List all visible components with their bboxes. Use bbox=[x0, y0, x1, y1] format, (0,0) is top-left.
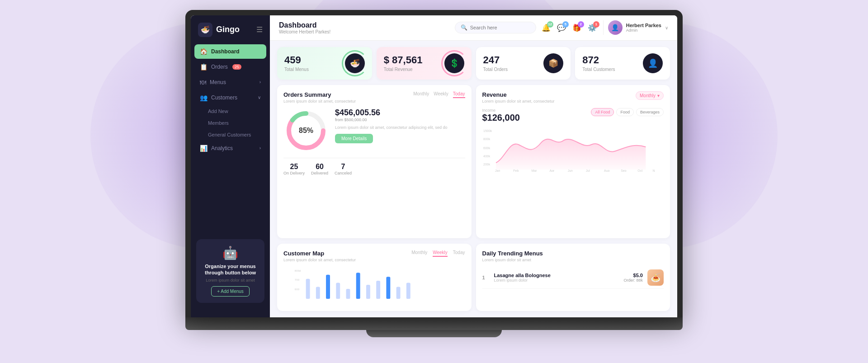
svg-rect-26 bbox=[356, 273, 360, 299]
menus-arrow: › bbox=[259, 80, 261, 85]
chat-icon[interactable]: 💬 5 bbox=[557, 24, 566, 32]
search-icon: 🔍 bbox=[461, 24, 467, 31]
map-tab-group: Monthly Weekly Today bbox=[411, 250, 465, 257]
filter-food[interactable]: Food bbox=[616, 108, 634, 116]
trending-list: 1 Lasagne alla Bolognese Lorem ipsum dol… bbox=[482, 267, 664, 289]
search-input[interactable] bbox=[470, 25, 529, 30]
page-subtitle: Welcome Herbert Parkes! bbox=[279, 29, 449, 34]
revenue-chart-svg: 1500k 800k 600k 400k 200k bbox=[482, 127, 664, 172]
analytics-icon: 📊 bbox=[200, 145, 208, 152]
add-menus-button[interactable]: + Add Menus bbox=[211, 286, 250, 297]
sidebar-item-analytics[interactable]: 📊 Analytics › bbox=[194, 141, 266, 156]
revenue-amount-label: Income bbox=[482, 108, 520, 113]
user-name: Herbert Parkes bbox=[626, 23, 661, 28]
sidebar-subitem-addnew[interactable]: Add New bbox=[194, 106, 266, 117]
sidebar-logo: 🍜 Gingo ☰ bbox=[191, 23, 270, 44]
svg-text:Sep: Sep bbox=[621, 169, 627, 172]
svg-text:200k: 200k bbox=[483, 163, 491, 166]
revenue-header: Revenue Lorem ipsum dolor sit amet, cons… bbox=[482, 91, 664, 104]
sidebar-nav: 🏠 Dashboard 📋 Orders 25 🍽 Menus › bbox=[191, 44, 270, 156]
revenue-card: Revenue Lorem ipsum dolor sit amet, cons… bbox=[476, 85, 670, 238]
orders-icon: 📋 bbox=[200, 63, 208, 71]
trending-price-section: $5.0 Order: 88k bbox=[623, 273, 643, 283]
orders-tab-group: Monthly Weekly Today bbox=[413, 91, 465, 98]
stat-cards: 459 Total Menus 🍜 $ 87,561 Total Revenue… bbox=[277, 47, 670, 80]
map-tab-weekly[interactable]: Weekly bbox=[433, 250, 448, 257]
main-content: Dashboard Welcome Herbert Parkes! 🔍 🔔 12 bbox=[270, 15, 677, 317]
svg-text:Oct: Oct bbox=[637, 169, 642, 172]
search-bar[interactable]: 🔍 bbox=[455, 22, 536, 33]
sidebar-item-dashboard[interactable]: 🏠 Dashboard bbox=[194, 44, 266, 59]
svg-rect-21 bbox=[306, 278, 310, 298]
more-details-button[interactable]: More Details bbox=[335, 134, 373, 143]
stat-value-customers: 872 bbox=[582, 54, 615, 66]
svg-text:Jul: Jul bbox=[585, 169, 590, 172]
user-profile[interactable]: 👤 Herbert Parkes Admin ∨ bbox=[603, 20, 668, 35]
notifications-bell[interactable]: 🔔 12 bbox=[542, 24, 551, 32]
orders-summary-card: Orders Summary Lorem ipsum dolor sit ame… bbox=[277, 85, 472, 238]
delivery-label-on: On Delivery bbox=[283, 171, 305, 175]
delivery-label-cancel: Canceled bbox=[335, 171, 352, 175]
delivery-stats: 25 On Delivery 60 Delivered 7 Canceled bbox=[283, 158, 465, 175]
sidebar-subitem-general[interactable]: General Customers bbox=[194, 129, 266, 140]
trending-item-1: 1 Lasagne alla Bolognese Lorem ipsum dol… bbox=[482, 267, 664, 289]
stat-info-orders: 247 Total Orders bbox=[483, 54, 508, 72]
trending-info-1: Lasagne alla Bolognese Lorem ipsum dolor bbox=[494, 273, 619, 283]
orders-summary-title: Orders Summary bbox=[283, 91, 356, 98]
svg-text:Jan: Jan bbox=[495, 169, 500, 172]
stat-icon-orders: 📦 bbox=[543, 53, 563, 73]
sidebar-item-menus[interactable]: 🍽 Menus › bbox=[194, 75, 266, 90]
trending-subtitle: Lorem ipsum dolor sit amet bbox=[482, 258, 543, 262]
header-icons: 🔔 12 💬 5 🎁 2 ⚙️ 1 bbox=[542, 20, 668, 35]
user-info: Herbert Parkes Admin bbox=[626, 23, 661, 33]
promo-title: Organize your menus through button below bbox=[203, 263, 258, 276]
filter-beverages[interactable]: Beverages bbox=[636, 108, 664, 116]
middle-row: Orders Summary Lorem ipsum dolor sit ame… bbox=[277, 85, 670, 238]
orders-summary-header: Orders Summary Lorem ipsum dolor sit ame… bbox=[283, 91, 465, 104]
gift-icon[interactable]: 🎁 2 bbox=[572, 24, 581, 32]
tab-weekly[interactable]: Weekly bbox=[434, 91, 448, 98]
stat-icon-menus: 🍜 bbox=[345, 53, 365, 73]
settings-icon[interactable]: ⚙️ 1 bbox=[588, 24, 597, 32]
svg-text:Jun: Jun bbox=[567, 169, 572, 172]
revenue-middle: Income $126,000 All Food Food Beverages bbox=[482, 108, 664, 123]
dashboard-icon: 🏠 bbox=[200, 48, 208, 55]
revenue-filter-tags: All Food Food Beverages bbox=[591, 108, 664, 116]
delivery-num-cancel: 7 bbox=[335, 163, 352, 171]
svg-text:Feb: Feb bbox=[513, 169, 519, 172]
map-subtitle: Lorem ipsum dolor sit amet, consectetur bbox=[283, 258, 356, 262]
delivery-stat-cancel: 7 Canceled bbox=[335, 163, 352, 175]
revenue-monthly-select[interactable]: Monthly ▾ bbox=[636, 91, 664, 100]
stat-card-orders: 247 Total Orders 📦 bbox=[476, 47, 571, 80]
stat-value-revenue: $ 87,561 bbox=[384, 54, 423, 66]
svg-rect-29 bbox=[386, 277, 390, 299]
sidebar-item-label: Orders bbox=[211, 64, 228, 70]
stat-info-revenue: $ 87,561 Total Revenue bbox=[384, 54, 423, 72]
map-tab-today[interactable]: Today bbox=[453, 250, 465, 257]
stat-value-menus: 459 bbox=[284, 54, 309, 66]
revenue-amount: $126,000 bbox=[482, 113, 520, 123]
tab-today[interactable]: Today bbox=[453, 91, 465, 98]
revenue-title: Revenue bbox=[482, 91, 555, 98]
svg-text:Mar: Mar bbox=[531, 169, 537, 172]
revenue-subtitle: Lorem ipsum dolor sit amet, consectetur bbox=[482, 99, 555, 104]
promo-subtitle: Lorem ipsum dolor sit amet bbox=[203, 278, 258, 283]
sidebar-item-customers[interactable]: 👥 Customers ∨ bbox=[194, 90, 266, 105]
trending-rank-1: 1 bbox=[482, 275, 490, 280]
hamburger-icon[interactable]: ☰ bbox=[256, 25, 263, 34]
laptop-base bbox=[185, 317, 683, 330]
sidebar-item-label: Customers bbox=[211, 94, 237, 101]
sidebar: 🍜 Gingo ☰ 🏠 Dashboard 📋 Orders 25 bbox=[191, 15, 270, 317]
sidebar-subitem-members[interactable]: Members bbox=[194, 118, 266, 128]
order-from: from $500,000.00 bbox=[335, 118, 465, 122]
map-tab-monthly[interactable]: Monthly bbox=[411, 250, 427, 257]
svg-text:600: 600 bbox=[295, 287, 300, 290]
tab-monthly[interactable]: Monthly bbox=[413, 91, 429, 98]
stat-label-menus: Total Menus bbox=[284, 67, 309, 72]
sidebar-item-orders[interactable]: 📋 Orders 25 bbox=[194, 60, 266, 74]
laptop-stand bbox=[366, 330, 502, 337]
dashboard-body: 459 Total Menus 🍜 $ 87,561 Total Revenue… bbox=[270, 41, 677, 317]
gift-badge: 2 bbox=[578, 21, 584, 28]
order-details: $456,005.56 from $500,000.00 Lorem ipsum… bbox=[335, 108, 465, 153]
filter-all-food[interactable]: All Food bbox=[591, 108, 614, 116]
